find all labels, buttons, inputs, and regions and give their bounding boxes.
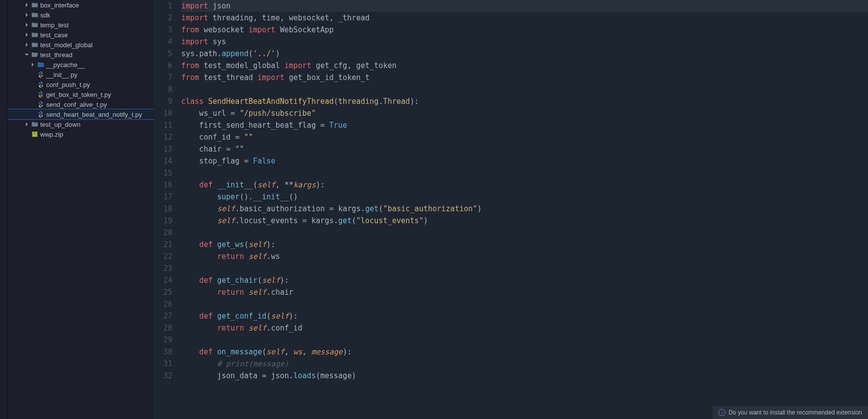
code-line[interactable]: return self.chair	[181, 286, 868, 298]
tree-item[interactable]: temp_test	[7, 20, 154, 30]
code-line[interactable]: ws_url = "/push/subscribe"	[181, 107, 868, 119]
code-line[interactable]: conf_id = ""	[181, 131, 868, 143]
code-line[interactable]	[181, 262, 868, 274]
tree-item-label: test_up_down	[40, 121, 80, 128]
notification-bar[interactable]: i Do you want to install the recommended…	[713, 406, 868, 419]
code-content[interactable]: import jsonimport threading, time, webso…	[181, 0, 868, 419]
tree-item[interactable]: box_interface	[7, 0, 154, 10]
code-editor[interactable]: 1234567891011121314151617181920212223242…	[154, 0, 868, 419]
tree-item[interactable]: test_case	[7, 30, 154, 40]
chevron-icon[interactable]	[23, 52, 30, 57]
chevron-icon[interactable]	[23, 12, 30, 17]
line-number: 14	[154, 155, 172, 167]
tree-item-label: temp_test	[40, 21, 69, 29]
folder-icon	[30, 1, 39, 8]
folder-icon	[30, 11, 39, 18]
tree-item[interactable]: test_thread	[7, 50, 154, 60]
folder-open-icon	[30, 51, 39, 58]
line-number: 32	[154, 370, 172, 382]
tree-item[interactable]: test_model_global	[7, 40, 154, 50]
line-number: 28	[154, 322, 172, 334]
chevron-icon[interactable]	[23, 42, 30, 47]
code-line[interactable]	[181, 334, 868, 346]
tree-item-label: test_model_global	[40, 41, 93, 49]
code-line[interactable]: def __init__(self, **kargs):	[181, 179, 868, 191]
code-line[interactable]: class SendHeartBeatAndNotifyThread(threa…	[181, 95, 868, 107]
chevron-icon[interactable]	[23, 22, 30, 27]
line-number: 27	[154, 310, 172, 322]
code-line[interactable]: self.basic_authorization = kargs.get("ba…	[181, 203, 868, 215]
line-number: 30	[154, 346, 172, 358]
tree-item[interactable]: sdk	[7, 10, 154, 20]
line-number: 24	[154, 274, 172, 286]
code-line[interactable]: from test_thread import get_box_id_token…	[181, 72, 868, 84]
tree-item[interactable]: send_conf_alive_t.py	[7, 99, 154, 109]
tree-item-label: conf_push_t.py	[46, 81, 90, 88]
code-line[interactable]	[181, 227, 868, 239]
line-number: 3	[154, 24, 172, 36]
code-line[interactable]: from test_model_global import get_cfg, g…	[181, 60, 868, 72]
code-line[interactable]: return self.conf_id	[181, 322, 868, 334]
tree-item[interactable]: conf_push_t.py	[7, 80, 154, 89]
code-line[interactable]: import threading, time, websocket, _thre…	[181, 12, 868, 24]
pycache-icon	[36, 61, 45, 68]
code-line[interactable]: def get_conf_id(self):	[181, 310, 868, 322]
line-number: 25	[154, 286, 172, 298]
line-number: 31	[154, 358, 172, 370]
chevron-icon[interactable]	[29, 62, 36, 67]
code-line[interactable]: import json	[181, 0, 868, 12]
tree-item-label: box_interface	[40, 1, 79, 9]
line-number: 2	[154, 12, 172, 24]
python-icon	[36, 101, 45, 108]
line-number: 16	[154, 179, 172, 191]
tree-item-label: test_thread	[40, 51, 72, 59]
code-line[interactable]	[181, 84, 868, 95]
line-number: 19	[154, 215, 172, 227]
line-number: 26	[154, 298, 172, 310]
code-line[interactable]	[181, 167, 868, 179]
line-number: 17	[154, 191, 172, 203]
python-icon	[36, 81, 45, 88]
code-line[interactable]: super().__init__()	[181, 191, 868, 203]
tree-item[interactable]: __init__.py	[7, 70, 154, 80]
code-line[interactable]: import sys	[181, 36, 868, 48]
notification-text: Do you want to install the recommended e…	[728, 409, 862, 416]
line-number: 22	[154, 251, 172, 262]
code-line[interactable]: def on_message(self, ws, message):	[181, 346, 868, 358]
line-number: 11	[154, 119, 172, 131]
code-line[interactable]: stop_flag = False	[181, 155, 868, 167]
file-explorer[interactable]: box_interfacesdktemp_testtest_casetest_m…	[7, 0, 154, 419]
tree-item[interactable]: send_heart_beat_and_notify_t.py	[7, 109, 154, 119]
folder-icon	[30, 41, 39, 48]
code-line[interactable]: json_data = json.loads(message)	[181, 370, 868, 382]
tree-item[interactable]: test_up_down	[7, 119, 154, 129]
info-icon: i	[719, 409, 725, 416]
python-icon	[36, 111, 45, 118]
tree-item-label: send_conf_alive_t.py	[46, 101, 107, 108]
tree-item[interactable]: wwp.zip	[7, 129, 154, 139]
folder-icon	[30, 21, 39, 28]
tree-item-label: wwp.zip	[40, 131, 63, 138]
code-line[interactable]: self.locust_events = kargs.get("locust_e…	[181, 215, 868, 227]
code-line[interactable]: from websocket import WebSocketApp	[181, 24, 868, 36]
tree-item[interactable]: get_box_id_token_t.py	[7, 89, 154, 99]
line-number: 8	[154, 84, 172, 95]
tree-item-label: __init__.py	[46, 71, 77, 79]
archive-icon	[30, 131, 39, 138]
code-line[interactable]	[181, 298, 868, 310]
code-line[interactable]: def get_chair(self):	[181, 274, 868, 286]
chevron-icon[interactable]	[23, 2, 30, 7]
activity-bar[interactable]	[0, 0, 7, 419]
chevron-icon[interactable]	[23, 122, 30, 127]
line-number: 21	[154, 239, 172, 251]
tree-item[interactable]: __pycache__	[7, 60, 154, 70]
code-line[interactable]: first_send_heart_beat_flag = True	[181, 119, 868, 131]
code-line[interactable]: def get_ws(self):	[181, 239, 868, 251]
code-line[interactable]: # print(message)	[181, 358, 868, 370]
code-line[interactable]: chair = ""	[181, 143, 868, 155]
line-number: 5	[154, 48, 172, 60]
chevron-icon[interactable]	[23, 32, 30, 37]
code-line[interactable]: return self.ws	[181, 251, 868, 262]
line-number: 7	[154, 72, 172, 84]
code-line[interactable]: sys.path.append('../')	[181, 48, 868, 60]
